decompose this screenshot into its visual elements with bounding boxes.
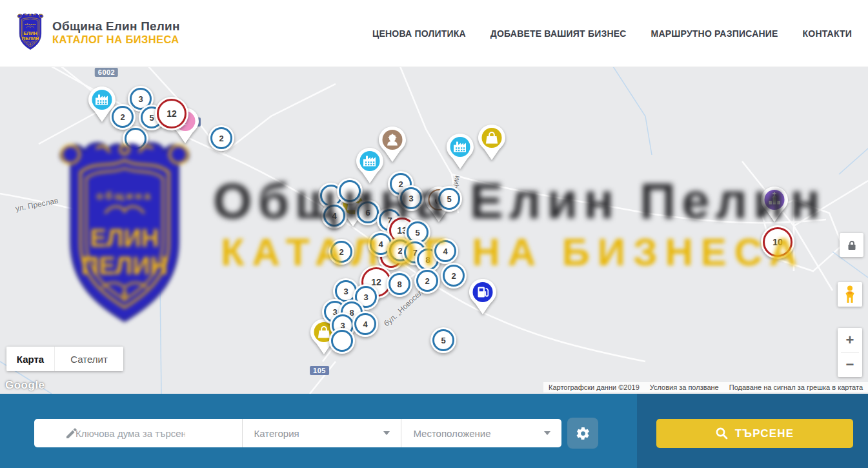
map-pin-fuel[interactable]	[469, 278, 497, 315]
search-bar-right-panel: ТЪРСЕНЕ	[637, 394, 868, 468]
nav-item-route-schedule[interactable]: МАРШРУТНО РАЗПИСАНИЕ	[651, 28, 778, 39]
map-cluster[interactable]: 4	[352, 311, 378, 337]
keyword-section	[34, 419, 242, 447]
attribution-report-link[interactable]: Подаване на сигнал за грешка в картата	[724, 383, 868, 391]
map-pin-church[interactable]	[760, 186, 789, 223]
keyword-search-input[interactable]	[74, 427, 187, 440]
map-pin-worker[interactable]	[378, 126, 407, 163]
search-icon	[716, 427, 728, 440]
map-pin-factory[interactable]	[446, 133, 474, 170]
site-logo[interactable]: община ЕЛИН ПЕЛИН Община Елин Пелин КАТА…	[15, 13, 180, 52]
map-cluster[interactable]: 8	[387, 271, 412, 297]
location-select-label: Местоположение	[413, 428, 490, 439]
map-cluster[interactable]: 2	[110, 104, 136, 130]
nav-item-contacts[interactable]: КОНТАКТИ	[803, 28, 852, 39]
map-cluster[interactable]: 3	[398, 185, 424, 211]
map-lock-button[interactable]	[840, 233, 863, 257]
chevron-down-icon	[544, 431, 550, 435]
pencil-icon	[65, 427, 78, 440]
nav-item-add-business[interactable]: ДОБАВЕТЕ ВАШИЯТ БИЗНЕС	[490, 28, 627, 39]
crest-name1-text: ЕЛИН	[23, 30, 37, 36]
map-cluster[interactable]: 10	[761, 225, 794, 259]
google-logo[interactable]: Google	[5, 379, 45, 392]
attribution-copyright: Картографски данни ©2019	[543, 383, 645, 391]
map-pin-bag[interactable]	[478, 124, 506, 161]
map-type-control: Карта Сателит	[6, 347, 123, 371]
map-cluster[interactable]: 2	[414, 268, 440, 294]
category-select[interactable]: Категория	[242, 419, 401, 447]
map-cluster[interactable]: 2	[208, 125, 234, 151]
crest-name2-text: ПЕЛИН	[22, 36, 39, 41]
site-header: община ЕЛИН ПЕЛИН Община Елин Пелин КАТА…	[0, 0, 868, 67]
map-type-map-button[interactable]: Карта	[6, 347, 54, 371]
map-cluster[interactable]: 5	[430, 327, 456, 353]
map-attribution: Картографски данни ©2019 Условия за полз…	[543, 382, 868, 392]
main-nav: ЦЕНОВА ПОЛИТИКА ДОБАВЕТЕ ВАШИЯТ БИЗНЕС М…	[372, 0, 852, 66]
map-cluster[interactable]: 2	[441, 263, 467, 289]
map-cluster[interactable]	[337, 178, 363, 204]
attribution-terms-link[interactable]: Условия за ползване	[645, 383, 724, 391]
street-view-pegman-button[interactable]	[838, 282, 862, 307]
lock-icon	[847, 240, 856, 250]
map-cluster[interactable]: 2	[328, 239, 354, 265]
advanced-search-button[interactable]	[567, 418, 598, 449]
map-cluster[interactable]: 12	[155, 97, 188, 130]
municipality-crest-icon: община ЕЛИН ПЕЛИН	[15, 13, 45, 52]
logo-title: Община Елин Пелин	[52, 19, 180, 34]
location-select[interactable]: Местоположение	[401, 419, 561, 447]
map-cluster[interactable]: 4	[432, 238, 458, 264]
category-select-label: Категория	[254, 428, 299, 439]
search-button-label: ТЪРСЕНЕ	[735, 427, 794, 440]
markers-layer: 32512223567135424278412822333834510	[0, 66, 868, 394]
map-container: ул. Преславбул. „Новоселции 6002105 3251…	[0, 66, 868, 394]
search-pill: Категория Местоположение	[34, 419, 561, 447]
pegman-icon	[843, 285, 856, 303]
map-cluster[interactable]	[123, 126, 148, 152]
gear-icon	[576, 426, 590, 441]
crest-small-text: община	[25, 23, 35, 26]
map-cluster[interactable]	[329, 328, 355, 354]
zoom-in-button[interactable]: +	[838, 328, 862, 352]
zoom-out-button[interactable]: −	[838, 353, 862, 378]
map-cluster[interactable]: 5	[436, 186, 462, 212]
nav-item-pricing[interactable]: ЦЕНОВА ПОЛИТИКА	[372, 28, 466, 39]
chevron-down-icon	[383, 431, 390, 435]
map-type-satellite-button[interactable]: Сателит	[54, 347, 123, 371]
page: община ЕЛИН ПЕЛИН Община Елин Пелин КАТА…	[0, 0, 868, 468]
map-cluster[interactable]: 4	[321, 203, 347, 229]
search-button[interactable]: ТЪРСЕНЕ	[656, 419, 853, 448]
zoom-control: + −	[838, 328, 862, 377]
logo-subtitle: КАТАЛОГ НА БИЗНЕСА	[52, 34, 180, 46]
logo-text: Община Елин Пелин КАТАЛОГ НА БИЗНЕСА	[52, 19, 180, 46]
search-bar: ТЪРСЕНЕ Категория Местоположение	[0, 394, 868, 468]
